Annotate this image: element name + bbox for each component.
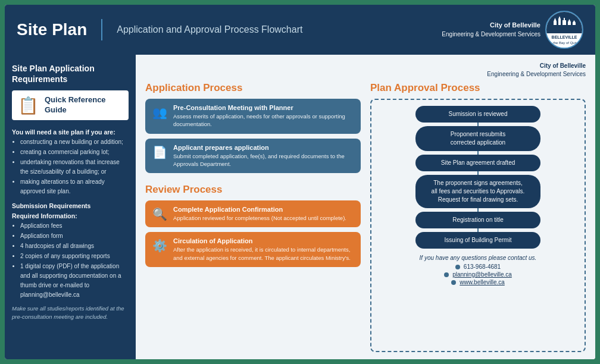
approval-pill-6: Issuing of Building Permit <box>415 232 540 249</box>
application-process-section: Application Process 👥 Pre-Consultation M… <box>145 82 361 178</box>
logo-bottom: BELLEVILLEon the Bay of Quinte <box>546 33 582 48</box>
circulation-box: ⚙️ Circulation of Application After the … <box>145 232 361 267</box>
contact-website: www.belleville.ca <box>379 279 577 285</box>
review-process-header: Review Process <box>145 184 361 196</box>
page-wrapper: Site Plan Application and Approval Proce… <box>0 0 600 364</box>
pre-consultation-content: Pre-Consultation Meeting with Planner As… <box>173 104 354 128</box>
pre-consultation-box: 👥 Pre-Consultation Meeting with Planner … <box>145 99 361 134</box>
svg-rect-6 <box>562 20 566 25</box>
sidebar-note: Make sure all studies/reports identified… <box>12 305 129 322</box>
quick-ref-label: Quick Reference Guide <box>45 95 123 115</box>
svg-marker-9 <box>568 19 571 22</box>
applicant-prepares-content: Applicant prepares application Submit co… <box>173 144 354 168</box>
header-logo-area: City of Belleville Engineering & Develop… <box>442 11 583 49</box>
pre-consultation-title: Pre-Consultation Meeting with Planner <box>173 104 354 111</box>
svg-rect-5 <box>560 17 560 19</box>
right-column: Plan Approval Process Sumission is revie… <box>370 82 586 352</box>
approval-row-5: Registration on title <box>379 212 577 232</box>
circulation-content: Circulation of Application After the app… <box>173 237 354 262</box>
submission-requirements-section: Submission Requirements Required Informa… <box>12 201 129 300</box>
phone-number: 613-968-4681 <box>464 263 501 270</box>
sidebar-title: Site Plan Application Requirements <box>12 63 129 84</box>
circulation-desc: After the application is received, it is… <box>173 246 354 262</box>
list-item: 2 copies of any supporting reports <box>20 252 129 261</box>
complete-app-desc: Application reviewed for completeness (N… <box>173 214 346 222</box>
email-dot <box>444 272 449 277</box>
list-item: 1 digital copy (PDF) of the application … <box>20 262 129 300</box>
city-badge-top: City of Belleville Engineering & Develop… <box>145 62 586 79</box>
body: Site Plan Application Requirements 📋 Qui… <box>5 55 595 359</box>
applicant-prepares-title: Applicant prepares application <box>173 144 354 151</box>
applicant-prepares-desc: Submit completed application, fee(s), an… <box>173 152 354 168</box>
approval-pill-5: Registration on title <box>415 212 540 228</box>
approval-pill-1: Sumission is reviewed <box>415 106 540 123</box>
contact-section: If you have any questions please contact… <box>379 255 577 285</box>
complete-app-content: Complete Application Confirmation Applic… <box>173 206 346 222</box>
svg-rect-10 <box>573 23 576 25</box>
applicant-prepares-box: 📄 Applicant prepares application Submit … <box>145 139 361 174</box>
approval-row-3: Site Plan agreement drafted <box>379 155 577 175</box>
svg-marker-11 <box>573 20 576 23</box>
email-address: planning@belleville.ca <box>452 271 512 278</box>
header-title-group: Site Plan Application and Approval Proce… <box>17 19 302 40</box>
svg-rect-7 <box>564 18 565 20</box>
inner-card: Site Plan Application and Approval Proce… <box>5 5 595 359</box>
website-url: www.belleville.ca <box>460 279 505 285</box>
need-site-plan-intro: You will need a site plan if you are: <box>12 128 115 136</box>
need-site-plan-section: You will need a site plan if you are: co… <box>12 127 129 196</box>
city-name-text: City of Belleville Engineering & Develop… <box>442 21 540 38</box>
svg-rect-1 <box>554 21 557 25</box>
logo-top <box>546 12 582 33</box>
approval-pill-3: Site Plan agreement drafted <box>415 155 540 171</box>
circulation-title: Circulation of Application <box>173 237 354 244</box>
approval-row-1: Sumission is reviewed <box>379 106 577 126</box>
complete-app-title: Complete Application Confirmation <box>173 206 346 213</box>
approval-chain: Sumission is reviewed Proponent resubmit… <box>379 106 577 249</box>
web-dot <box>451 280 456 285</box>
left-column: Application Process 👥 Pre-Consultation M… <box>145 82 361 352</box>
list-item: Application form <box>20 231 129 241</box>
review-process-section: Review Process 🔍 Complete Application Co… <box>145 184 361 272</box>
approval-process-container: Sumission is reviewed Proponent resubmit… <box>370 99 586 352</box>
list-item: Application fees <box>20 221 129 231</box>
pre-consultation-desc: Assess merits of application, needs for … <box>173 112 354 128</box>
phone-dot <box>455 265 460 269</box>
header: Site Plan Application and Approval Proce… <box>5 5 595 55</box>
header-subtitle: Application and Approval Process Flowcha… <box>117 24 302 35</box>
main-content: City of Belleville Engineering & Develop… <box>136 55 595 359</box>
svg-rect-8 <box>568 22 571 25</box>
logo-text: BELLEVILLEon the Bay of Quinte <box>548 35 581 45</box>
city-logo: BELLEVILLEon the Bay of Quinte <box>545 11 583 49</box>
list-item: 4 hardcopies of all drawings <box>20 241 129 251</box>
sidebar: Site Plan Application Requirements 📋 Qui… <box>5 55 136 359</box>
approval-pill-2: Proponent resubmitscorrected application <box>415 126 540 151</box>
required-info-title: Required Information: <box>12 212 77 219</box>
quick-ref-box: 📋 Quick Reference Guide <box>12 90 129 120</box>
form-icon: 📄 <box>152 145 167 159</box>
approval-row-4: The proponent signs agreements,all fees … <box>379 175 577 212</box>
contact-email: planning@belleville.ca <box>379 271 577 278</box>
approval-row-2: Proponent resubmitscorrected application <box>379 126 577 155</box>
complete-app-box: 🔍 Complete Application Confirmation Appl… <box>145 200 361 227</box>
list-item: undertaking renovations that increase th… <box>20 158 129 177</box>
contact-prompt: If you have any questions please contact… <box>379 255 577 261</box>
approval-row-6: Issuing of Building Permit <box>379 232 577 249</box>
submission-title: Submission Requirements <box>12 202 90 209</box>
svg-rect-3 <box>558 19 561 25</box>
city-badge-text: City of Belleville Engineering & Develop… <box>487 62 586 79</box>
approval-pill-4: The proponent signs agreements,all fees … <box>415 175 540 208</box>
search-icon: 🔍 <box>152 207 167 221</box>
plan-approval-header: Plan Approval Process <box>370 82 586 94</box>
gear-icon: ⚙️ <box>152 239 167 253</box>
svg-rect-0 <box>551 25 577 32</box>
list-item: creating a commercial parking lot; <box>20 148 129 157</box>
contact-phone: 613-968-4681 <box>379 263 577 270</box>
list-item: making alterations to an already approve… <box>20 177 129 196</box>
svg-marker-2 <box>554 18 557 21</box>
people-icon: 👥 <box>152 105 167 120</box>
clipboard-icon: 📋 <box>18 96 39 115</box>
header-divider <box>101 19 102 40</box>
two-columns: Application Process 👥 Pre-Consultation M… <box>145 82 586 352</box>
application-process-header: Application Process <box>145 82 361 94</box>
page-title: Site Plan <box>17 20 87 39</box>
